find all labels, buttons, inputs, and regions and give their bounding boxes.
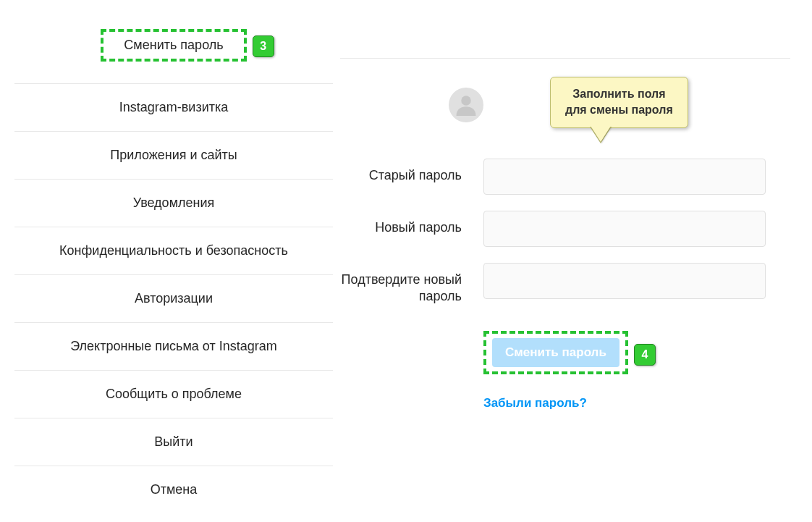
sidebar-item-label: Уведомления <box>133 195 215 210</box>
sidebar-item-change-password[interactable]: Сменить пароль 3 <box>14 22 333 84</box>
old-password-label: Старый пароль <box>340 159 483 184</box>
annotation-highlight-step4: Сменить пароль 4 <box>483 331 628 374</box>
settings-sidebar: Сменить пароль 3 Instagram-визитка Прило… <box>0 22 333 513</box>
sidebar-item-label: Приложения и сайты <box>110 148 237 162</box>
profile-header: Заполнить поля для смены пароля <box>340 88 790 122</box>
annotation-tooltip: Заполнить поля для смены пароля <box>550 77 688 128</box>
tooltip-line2: для смены пароля <box>565 102 673 118</box>
sidebar-item-label: Электронные письма от Instagram <box>70 339 277 353</box>
sidebar-item-nametag[interactable]: Instagram-визитка <box>14 84 333 132</box>
divider <box>340 58 790 59</box>
sidebar-item-report-problem[interactable]: Сообщить о проблеме <box>14 371 333 418</box>
step-badge-3: 3 <box>253 35 274 57</box>
sidebar-item-label: Сменить пароль <box>124 38 223 52</box>
sidebar-item-logout[interactable]: Выйти <box>14 418 333 466</box>
person-icon <box>453 92 479 118</box>
forgot-password-link[interactable]: Забыли пароль? <box>483 396 587 410</box>
sidebar-item-label: Конфиденциальность и безопасность <box>59 243 288 258</box>
sidebar-item-label: Выйти <box>154 434 193 449</box>
sidebar-item-notifications[interactable]: Уведомления <box>14 180 333 227</box>
sidebar-item-login-activity[interactable]: Авторизации <box>14 275 333 323</box>
form-row-new-password: Новый пароль <box>340 211 790 247</box>
sidebar-item-label: Авторизации <box>135 291 213 306</box>
svg-point-0 <box>461 96 471 106</box>
new-password-label: Новый пароль <box>340 211 483 236</box>
sidebar-item-label: Instagram-визитка <box>119 100 228 114</box>
annotation-highlight-step3: Сменить пароль 3 <box>101 29 246 62</box>
sidebar-item-cancel[interactable]: Отмена <box>14 466 333 513</box>
sidebar-item-label: Отмена <box>151 482 198 497</box>
sidebar-item-privacy-security[interactable]: Конфиденциальность и безопасность <box>14 227 333 275</box>
form-row-old-password: Старый пароль <box>340 159 790 195</box>
confirm-password-label: Подтвердите новый пароль <box>340 263 483 306</box>
main-content: Заполнить поля для смены пароля Старый п… <box>333 22 812 513</box>
tooltip-line1: Заполнить поля <box>565 86 673 102</box>
new-password-input[interactable] <box>483 211 766 247</box>
sidebar-item-emails[interactable]: Электронные письма от Instagram <box>14 323 333 371</box>
avatar <box>449 88 483 122</box>
sidebar-item-label: Сообщить о проблеме <box>106 387 242 401</box>
form-row-confirm-password: Подтвердите новый пароль <box>340 263 790 306</box>
confirm-password-input[interactable] <box>483 263 766 299</box>
old-password-input[interactable] <box>483 159 766 195</box>
submit-row: Сменить пароль 4 <box>340 331 790 374</box>
forgot-password-row: Забыли пароль? <box>340 396 790 411</box>
step-badge-4: 4 <box>634 344 656 366</box>
change-password-button[interactable]: Сменить пароль <box>492 338 619 367</box>
sidebar-item-apps-websites[interactable]: Приложения и сайты <box>14 132 333 180</box>
